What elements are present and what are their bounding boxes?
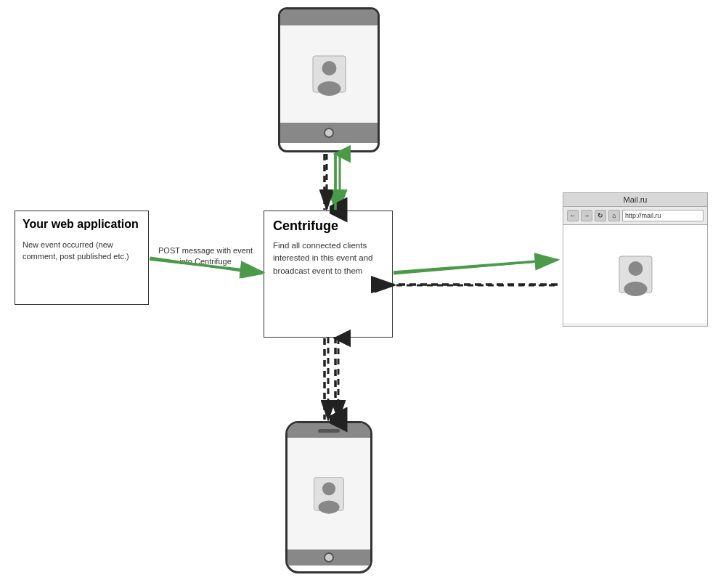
tablet-screen (280, 25, 378, 123)
centrifuge-description: Find all connected clients interested in… (273, 240, 383, 277)
web-app-title: Your web application (23, 217, 141, 231)
phone-speaker (318, 429, 340, 433)
browser-refresh-btn[interactable]: ↻ (595, 210, 606, 221)
svg-point-1 (628, 261, 643, 276)
tablet-body (278, 7, 380, 152)
svg-point-8 (318, 500, 339, 513)
browser-toolbar: ← → ↻ ⌂ http://mail.ru (563, 207, 707, 225)
tablet-topbar (280, 9, 378, 25)
tablet-avatar-icon (309, 52, 349, 96)
tablet-home-button (324, 128, 334, 138)
phone-body (285, 421, 372, 573)
browser-back-btn[interactable]: ← (567, 210, 579, 221)
centrifuge-title: Centrifuge (273, 219, 383, 234)
svg-line-28 (393, 260, 558, 272)
phone-bottombar (287, 550, 370, 565)
phone-screen (287, 438, 370, 550)
browser-avatar-icon (616, 253, 656, 296)
browser-content (563, 225, 707, 323)
phone-device-bottom (285, 421, 372, 573)
svg-line-15 (393, 260, 555, 274)
tablet-bottombar (280, 123, 378, 143)
tablet-device-top (278, 7, 380, 152)
svg-point-4 (322, 61, 336, 75)
svg-point-7 (322, 482, 335, 495)
browser-titlebar: Mail.ru (563, 193, 707, 207)
svg-point-5 (317, 81, 340, 96)
browser-url-bar[interactable]: http://mail.ru (622, 210, 703, 221)
phone-home-button (324, 552, 334, 563)
web-app-description: New event occurred (new comment, post pu… (23, 240, 141, 262)
browser-forward-btn[interactable]: → (581, 210, 592, 221)
browser-home-btn[interactable]: ⌂ (608, 210, 620, 221)
browser-box: Mail.ru ← → ↻ ⌂ http://mail.ru (563, 192, 708, 327)
svg-point-2 (624, 282, 647, 296)
centrifuge-box: Centrifuge Find all connected clients in… (264, 211, 393, 338)
phone-avatar-icon (311, 474, 347, 514)
phone-topbar (287, 423, 370, 438)
web-app-box: Your web application New event occurred … (15, 211, 149, 305)
post-message-label: POST message with event into Centrifuge (155, 245, 256, 268)
